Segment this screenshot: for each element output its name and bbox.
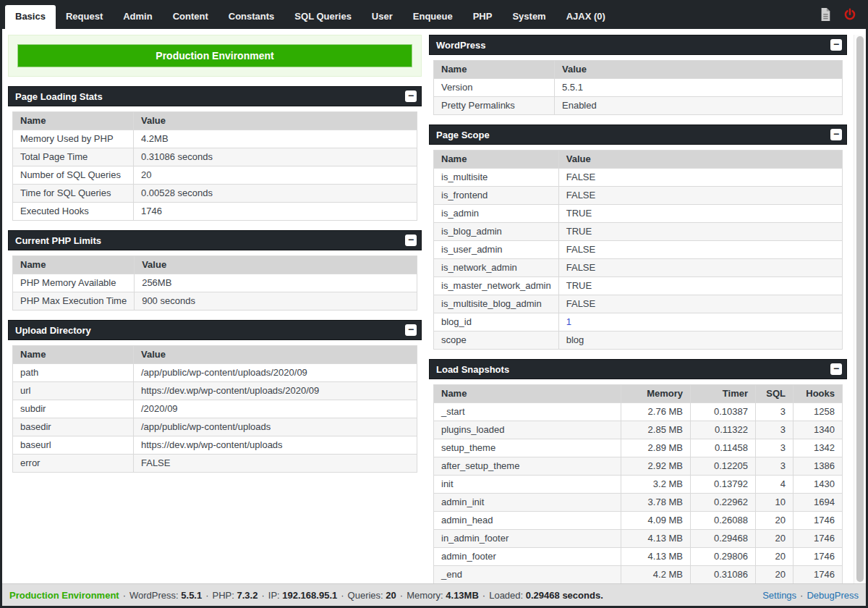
table-cell: 0.13792 (691, 476, 756, 494)
table-cell: 4.09 MB (621, 512, 691, 530)
table-cell: 3.78 MB (621, 494, 691, 512)
panel-header-load-snapshots: Load Snapshots− (429, 359, 847, 379)
table-row: is_user_adminFALSE (434, 241, 843, 259)
tab-system[interactable]: System (502, 5, 556, 29)
collapse-icon[interactable]: − (830, 363, 842, 375)
tab-basics[interactable]: Basics (5, 5, 56, 29)
table-row: path/app/public/wp-content/uploads/2020/… (13, 364, 417, 382)
table-cell: 2.92 MB (621, 457, 691, 476)
table-cell: 1 (558, 313, 842, 332)
status-item-label: WordPress: (129, 590, 181, 601)
table-row: urlhttps://dev.wp/wp-content/uploads/202… (13, 382, 417, 400)
table-cell: 1694 (793, 494, 843, 512)
table-cell: 4.13 MB (621, 530, 691, 548)
collapse-icon[interactable]: − (405, 90, 417, 102)
table-cell: 4.2 MB (621, 566, 691, 584)
table-cell: is_frontend (434, 187, 559, 205)
table-cell: scope (434, 332, 559, 350)
collapse-icon[interactable]: − (405, 235, 417, 246)
status-item-value: 192.168.95.1 (282, 590, 337, 601)
table-cell: is_master_network_admin (434, 277, 559, 295)
table-cell: 1746 (793, 566, 843, 584)
tab-content[interactable]: Content (163, 5, 218, 29)
status-item-label: Memory: (407, 590, 446, 601)
table-cell: blog (558, 332, 842, 350)
table-cell: path (13, 364, 134, 382)
tab-admin[interactable]: Admin (113, 5, 162, 29)
environment-banner-box: Production Environment (8, 35, 422, 77)
table-cell: 4.2MB (134, 130, 417, 148)
table-cell: 256MB (135, 274, 417, 292)
table-cell: PHP Max Execution Time (13, 292, 135, 311)
tab-sql-queries[interactable]: SQL Queries (284, 5, 362, 29)
table-cell: 1746 (134, 203, 417, 221)
table-cell: 0.29806 (691, 548, 756, 566)
table-cell: FALSE (134, 455, 417, 473)
tab-ajax-0[interactable]: AJAX (0) (556, 5, 616, 29)
table-row: is_blog_adminTRUE (434, 223, 843, 241)
table-cell: 20 (756, 530, 793, 548)
panel-title: Current PHP Limits (15, 235, 101, 246)
status-bar: Production Environment ·WordPress: 5.5.1… (2, 583, 866, 606)
panel-title: Load Snapshots (436, 364, 509, 375)
column-header-name: Name (434, 61, 555, 79)
table-cell: subdir (13, 400, 134, 418)
table-row: errorFALSE (13, 455, 417, 473)
table-cell: 3 (756, 403, 793, 421)
table-cell: 900 seconds (135, 292, 417, 311)
column-header-sql: SQL (756, 385, 793, 403)
table-cell: admin_init (434, 494, 621, 512)
column-header-value: Value (558, 151, 842, 169)
table-cell: 0.12205 (691, 457, 756, 476)
collapse-icon[interactable]: − (405, 324, 417, 336)
tab-constants[interactable]: Constants (218, 5, 285, 29)
column-header-name: Name (13, 346, 134, 364)
tab-enqueue[interactable]: Enqueue (403, 5, 463, 29)
table-row: init3.2 MB0.1379241430 (434, 476, 843, 494)
table-row: is_master_network_adminTRUE (434, 277, 843, 295)
column-header-name: Name (434, 385, 621, 403)
table-cell: 0.00528 seconds (134, 185, 417, 203)
column-header-name: Name (434, 151, 559, 169)
status-item-value: 4.13MB (446, 590, 479, 601)
status-separator: · (482, 590, 485, 601)
table-cell: 5.5.1 (555, 79, 843, 97)
table-cell: admin_footer (434, 548, 621, 566)
left-panels: Page Loading Stats−NameValueMemory Used … (8, 86, 422, 473)
collapse-icon[interactable]: − (830, 129, 842, 140)
status-link-settings[interactable]: Settings (762, 590, 796, 601)
table-cell: FALSE (558, 169, 842, 187)
table-cell: is_network_admin (434, 259, 559, 277)
table-cell: /app/public/wp-content/uploads (134, 418, 417, 436)
table-cell: Total Page Time (13, 148, 134, 166)
panel-title: Page Scope (436, 130, 490, 140)
vertical-scrollbar[interactable] (854, 35, 866, 583)
panel-wordpress: WordPress−NameValueVersion5.5.1Pretty Pe… (429, 35, 847, 115)
table-cell: 4.13 MB (621, 548, 691, 566)
table-cell: is_multisite (434, 169, 559, 187)
power-icon[interactable] (843, 7, 856, 22)
table-cell: setup_theme (434, 439, 621, 457)
table-cell: is_multisite_blog_admin (434, 295, 559, 313)
table-row: Memory Used by PHP4.2MB (13, 130, 417, 148)
status-link-debugpress[interactable]: DebugPress (807, 590, 859, 601)
table-row: subdir/2020/09 (13, 400, 417, 418)
tab-user[interactable]: User (362, 5, 403, 29)
panel-table: NameValuepath/app/public/wp-content/uplo… (12, 345, 417, 473)
table-row: Total Page Time0.31086 seconds (13, 148, 417, 166)
tab-php[interactable]: PHP (463, 5, 503, 29)
scrollbar-thumb[interactable] (856, 36, 864, 582)
panel-table: NameValueVersion5.5.1Pretty PermalinksEn… (433, 60, 843, 115)
collapse-icon[interactable]: − (830, 39, 842, 51)
report-icon[interactable] (819, 7, 832, 22)
table-cell: 20 (756, 548, 793, 566)
table-cell: Number of SQL Queries (13, 166, 134, 185)
table-cell: FALSE (558, 259, 842, 277)
table-cell: 0.31086 seconds (134, 148, 417, 166)
table-header-row: NameValue (434, 151, 843, 169)
panel-page-loading-stats: Page Loading Stats−NameValueMemory Used … (8, 86, 422, 221)
table-header-row: NameValue (434, 61, 843, 79)
status-environment-label: Production Environment (9, 590, 119, 601)
table-row: in_admin_footer4.13 MB0.29468201746 (434, 530, 843, 548)
tab-request[interactable]: Request (56, 5, 113, 29)
